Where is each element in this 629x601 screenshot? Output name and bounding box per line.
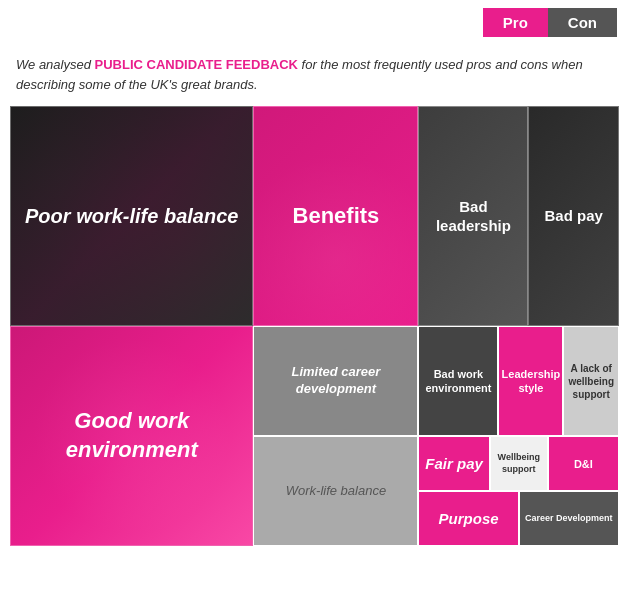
cell-benefits-label: Benefits bbox=[293, 203, 380, 229]
row-bot: Work-life balance Fair pay Wellbeing sup… bbox=[253, 436, 619, 546]
treemap: Poor work-life balance Good work environ… bbox=[10, 106, 619, 546]
cell-limited-career-label: Limited career development bbox=[254, 356, 417, 406]
cell-bad-leadership-label: Bad leadership bbox=[419, 189, 527, 244]
cell-leadership-style: Leadership style bbox=[498, 326, 563, 436]
cell-fair-pay-label: Fair pay bbox=[425, 455, 483, 472]
row-mid: Limited career development Bad work envi… bbox=[253, 326, 619, 436]
cell-wellbeing-support-small: Wellbeing support bbox=[490, 436, 548, 491]
cell-career-dev-label: Career Development bbox=[522, 510, 616, 528]
cell-bad-pay: Bad pay bbox=[528, 106, 619, 326]
cell-lack-wellbeing: A lack of wellbeing support bbox=[563, 326, 619, 436]
header: Pro Con bbox=[0, 0, 629, 45]
cell-purpose-label: Purpose bbox=[439, 510, 499, 527]
tab-con[interactable]: Con bbox=[548, 8, 617, 37]
col-right: Benefits Bad leadership Bad pay Limited … bbox=[253, 106, 619, 546]
cell-wellbeing-support-label: Wellbeing support bbox=[491, 449, 547, 478]
cell-career-dev: Career Development bbox=[519, 491, 619, 546]
cell-bad-pay-label: Bad pay bbox=[539, 200, 609, 232]
subtitle-prefix: We analysed bbox=[16, 57, 95, 72]
cell-di-label: D&I bbox=[574, 458, 593, 470]
cell-limited-career: Limited career development bbox=[253, 326, 418, 436]
cell-benefits: Benefits bbox=[253, 106, 418, 326]
cell-bad-work-env-label: Bad work environment bbox=[419, 362, 497, 401]
subtitle: We analysed PUBLIC CANDIDATE FEEDBACK fo… bbox=[0, 45, 629, 106]
cell-leadership-style-label: Leadership style bbox=[498, 362, 563, 401]
cell-poor-worklife-label: Poor work-life balance bbox=[15, 193, 248, 239]
col-left: Poor work-life balance Good work environ… bbox=[10, 106, 253, 546]
subtitle-highlight: PUBLIC CANDIDATE FEEDBACK bbox=[95, 57, 298, 72]
cell-good-env: Good work environment bbox=[10, 326, 253, 546]
cell-di: D&I bbox=[548, 436, 619, 491]
row-top: Benefits Bad leadership Bad pay bbox=[253, 106, 619, 326]
cell-worklife-balance: Work-life balance bbox=[253, 436, 418, 546]
cell-poor-worklife: Poor work-life balance bbox=[10, 106, 253, 326]
cell-bad-leadership: Bad leadership bbox=[418, 106, 528, 326]
cell-good-env-label: Good work environment bbox=[11, 397, 252, 474]
tab-pro[interactable]: Pro bbox=[483, 8, 548, 37]
cell-lack-wellbeing-label: A lack of wellbeing support bbox=[564, 358, 618, 405]
fair-pay-row: Fair pay Wellbeing support D&I bbox=[418, 436, 619, 491]
cell-purpose: Purpose bbox=[418, 491, 518, 546]
purpose-row: Purpose Career Development bbox=[418, 491, 619, 546]
cell-worklife-balance-label: Work-life balance bbox=[278, 475, 394, 508]
cell-bad-work-env: Bad work environment bbox=[418, 326, 498, 436]
cell-fair-pay: Fair pay bbox=[418, 436, 489, 491]
